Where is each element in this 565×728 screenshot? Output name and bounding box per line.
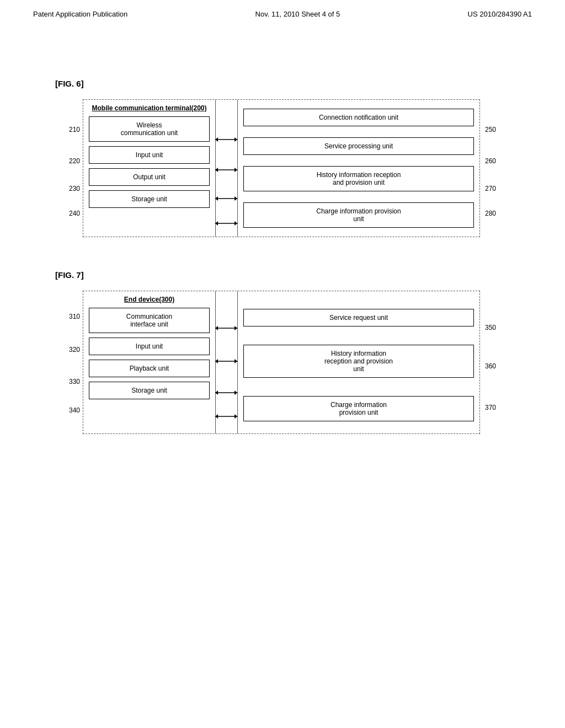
fig6-left-unit-0: Wirelesscommunication unit [89, 116, 210, 142]
fig7-num-330: 330 [69, 378, 80, 386]
fig7-num-360: 360 [485, 362, 496, 370]
fig7-right-unit-2: Charge informationprovision unit [243, 396, 474, 421]
fig7-left-title: End device(300) [89, 296, 210, 303]
fig6-diagram: Mobile communication terminal(200) Wirel… [83, 99, 480, 237]
fig7-num-320: 320 [69, 346, 80, 354]
fig6-left-panel: Mobile communication terminal(200) Wirel… [83, 100, 216, 237]
fig7-left-unit-2: Playback unit [89, 360, 210, 377]
fig6-right-panel: Connection notification unit Service pro… [238, 100, 479, 237]
fig7-left-unit-1: Input unit [89, 338, 210, 355]
fig6-label: [FIG. 6] [55, 79, 565, 88]
fig7-left-unit-0: Communicationinterface unit [89, 308, 210, 333]
fig7-num-370: 370 [485, 404, 496, 411]
fig6-right-unit-2: History information receptionand provisi… [243, 166, 474, 191]
fig7-right-unit-1: History informationreception and provisi… [243, 345, 474, 378]
fig6-left-title: Mobile communication terminal(200) [89, 104, 210, 112]
fig6-num-250: 250 [485, 126, 496, 133]
fig7-diagram: End device(300) Communicationinterface u… [83, 291, 480, 434]
fig6-num-230: 230 [69, 185, 80, 192]
fig6-right-unit-1: Service processing unit [243, 137, 474, 155]
fig7-num-310: 310 [69, 313, 80, 320]
header-middle: Nov. 11, 2010 Sheet 4 of 5 [255, 10, 340, 18]
fig6-left-unit-2: Output unit [89, 168, 210, 186]
fig6-left-unit-3: Storage unit [89, 190, 210, 208]
header-left: Patent Application Publication [33, 10, 127, 18]
fig6-num-280: 280 [485, 210, 496, 217]
page-header: Patent Application Publication Nov. 11, … [0, 0, 565, 24]
fig6-num-260: 260 [485, 157, 496, 165]
fig7-label: [FIG. 7] [55, 270, 565, 280]
fig6-num-240: 240 [69, 210, 80, 217]
fig7-right-unit-0: Service request unit [243, 309, 474, 326]
fig6-right-unit-0: Connection notification unit [243, 109, 474, 126]
fig6-num-220: 220 [69, 157, 80, 165]
fig7-right-panel: Service request unit History information… [238, 291, 479, 433]
fig7-left-unit-3: Storage unit [89, 382, 210, 399]
header-right: US 2010/284390 A1 [468, 10, 532, 18]
fig7-num-340: 340 [69, 406, 80, 414]
fig7-left-panel: End device(300) Communicationinterface u… [83, 291, 216, 433]
fig6-left-unit-1: Input unit [89, 146, 210, 164]
fig6-num-210: 210 [69, 126, 80, 133]
fig6-num-270: 270 [485, 185, 496, 192]
fig7-num-350: 350 [485, 324, 496, 331]
fig6-right-unit-3: Charge information provisionunit [243, 202, 474, 228]
